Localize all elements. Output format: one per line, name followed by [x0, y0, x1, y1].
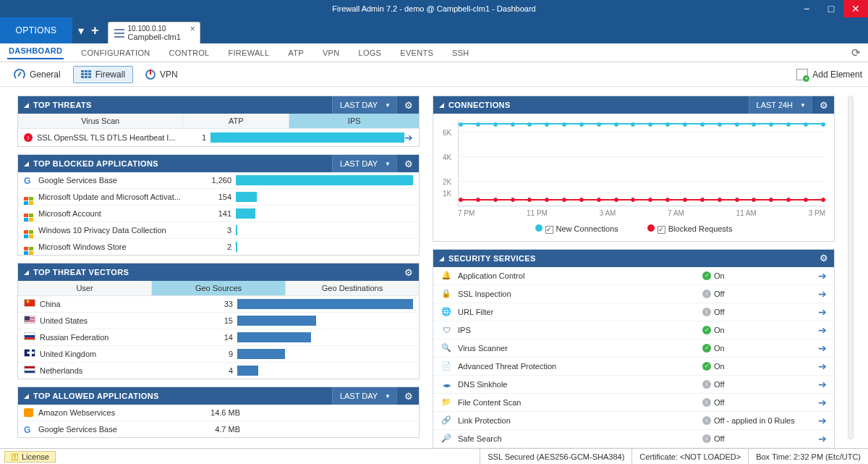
nav-ssh[interactable]: SSH: [451, 48, 471, 57]
gear-icon[interactable]: ⚙: [820, 253, 828, 263]
threat-row: ! SSL OpenSSL TLS DTLS Heartbeat I... 1 …: [18, 129, 419, 146]
country-label: Russian Federation: [40, 333, 203, 342]
service-icon: 🔎: [441, 434, 452, 443]
collapse-icon[interactable]: ◢: [439, 101, 444, 109]
app-count: 2: [201, 242, 236, 251]
subtab-vpn[interactable]: VPN: [137, 66, 186, 83]
blocked-app-row: Windows 10 Privacy Data Collection3: [18, 222, 419, 239]
service-detail-arrow-icon[interactable]: ➔: [818, 270, 827, 282]
service-icon: 🌐: [441, 307, 452, 316]
service-detail-arrow-icon[interactable]: ➔: [818, 306, 827, 318]
panel-top-vectors: ◢ TOP THREAT VECTORS x ⚙ User Geo Source…: [17, 263, 420, 379]
add-icon[interactable]: +: [91, 23, 99, 38]
service-detail-arrow-icon[interactable]: ➔: [818, 342, 827, 354]
service-detail-arrow-icon[interactable]: ➔: [818, 324, 827, 336]
nav-events[interactable]: EVENTS: [399, 48, 435, 57]
country-label: Netherlands: [40, 366, 203, 375]
service-status: iOff: [702, 290, 818, 298]
app-label: Microsoft Account: [38, 209, 201, 218]
service-name: IPS: [458, 326, 702, 334]
window-maximize-button[interactable]: □: [819, 0, 843, 17]
panel-title: SECURITY SERVICES: [448, 254, 814, 263]
vector-row: China33: [18, 296, 419, 313]
collapse-icon[interactable]: ◢: [24, 269, 29, 276]
nav-atp[interactable]: ATP: [286, 48, 305, 57]
gear-icon[interactable]: ⚙: [820, 100, 828, 111]
flag-icon: [24, 299, 40, 309]
service-row: 📄Advanced Threat Protection✓On➔: [433, 358, 834, 376]
legend-new-connections[interactable]: ✓New Connections: [535, 224, 618, 234]
service-detail-arrow-icon[interactable]: ➔: [818, 360, 827, 372]
service-status: iOff: [702, 398, 818, 407]
subtab-vpn-label: VPN: [160, 69, 178, 80]
blocked-app-row: Microsoft Windows Store2: [18, 239, 419, 255]
x-tick: 7 PM: [458, 209, 475, 217]
detail-arrow-icon[interactable]: ➔: [404, 132, 413, 143]
range-selector[interactable]: LAST DAY▼: [332, 155, 399, 172]
dashboard-content: ◢ TOP THREATS LAST DAY▼ ⚙ Virus Scan ATP…: [0, 87, 868, 448]
window-close-button[interactable]: ✕: [843, 0, 868, 17]
vector-row: Russian Federation14: [18, 329, 419, 346]
tab-ip: 10.100.0.10: [128, 25, 181, 33]
nav-logs[interactable]: LOGS: [357, 48, 383, 57]
app-label: Amazon Webservices: [38, 408, 201, 417]
collapse-icon[interactable]: ◢: [24, 101, 29, 109]
service-name: Link Protection: [458, 416, 702, 425]
status-ssl: SSL Secured (AES256-GCM-SHA384): [480, 449, 631, 465]
collapse-icon[interactable]: ◢: [24, 160, 29, 167]
nav-configuration[interactable]: CONFIGURATION: [80, 48, 151, 57]
tab-user[interactable]: User: [18, 281, 152, 295]
refresh-icon[interactable]: ⟳: [851, 46, 861, 59]
nav-vpn[interactable]: VPN: [321, 48, 341, 57]
country-count: 4: [203, 366, 237, 375]
range-selector[interactable]: LAST DAY▼: [332, 96, 399, 114]
add-element-button[interactable]: + Add Element: [796, 69, 862, 80]
panel-top-blocked: ◢ TOP BLOCKED APPLICATIONS LAST DAY▼ ⚙ G…: [17, 154, 420, 256]
app-icon: G: [24, 425, 34, 434]
connection-tab[interactable]: 10.100.0.10 Campbell-clm1 ×: [108, 22, 200, 43]
app-label: Google Services Base: [38, 176, 201, 185]
tab-ips[interactable]: IPS: [289, 114, 419, 128]
nav-dashboard[interactable]: DASHBOARD: [7, 46, 64, 59]
scrollbar[interactable]: [848, 96, 854, 439]
nav-firewall[interactable]: FIREWALL: [226, 48, 271, 57]
tab-close-icon[interactable]: ×: [190, 24, 195, 34]
range-selector[interactable]: LAST 24H▼: [749, 96, 814, 114]
service-row: 🔔Application Control✓On➔: [433, 267, 834, 285]
flag-icon: [24, 349, 40, 359]
panel-title: TOP BLOCKED APPLICATIONS: [33, 159, 332, 168]
gear-icon[interactable]: ⚙: [404, 267, 413, 278]
country-label: United Kingdom: [40, 350, 203, 358]
blocked-app-row: Microsoft Update and Microsoft Activat..…: [18, 189, 419, 206]
nav-control[interactable]: CONTROL: [168, 48, 211, 57]
vector-row: Netherlands4: [18, 363, 419, 379]
license-button[interactable]: ⚿ License: [4, 451, 56, 463]
subtab-general[interactable]: General: [6, 65, 69, 84]
service-row: 🔒SSL InspectioniOff➔: [433, 285, 834, 303]
options-button[interactable]: OPTIONS: [0, 17, 72, 43]
tab-geo-sources[interactable]: Geo Sources: [152, 281, 286, 295]
tab-icon: [114, 29, 124, 38]
window-minimize-button[interactable]: −: [794, 0, 819, 17]
collapse-icon[interactable]: ◢: [439, 255, 444, 262]
gear-icon[interactable]: ⚙: [404, 100, 413, 111]
gear-icon[interactable]: ⚙: [404, 391, 413, 402]
service-detail-arrow-icon[interactable]: ➔: [818, 288, 827, 300]
dropdown-icon[interactable]: ▾: [78, 24, 84, 38]
legend-blocked-requests[interactable]: ✓Blocked Requests: [647, 224, 733, 234]
app-icon: [24, 209, 34, 218]
collapse-icon[interactable]: ◢: [24, 392, 29, 400]
tab-atp[interactable]: ATP: [183, 114, 289, 128]
right-column: ◢ CONNECTIONS LAST 24H▼ ⚙ 6K 4K 2K 1K: [433, 96, 835, 439]
service-detail-arrow-icon[interactable]: ➔: [818, 397, 827, 408]
service-detail-arrow-icon[interactable]: ➔: [818, 379, 827, 390]
tab-virus-scan[interactable]: Virus Scan: [18, 114, 183, 128]
service-detail-arrow-icon[interactable]: ➔: [818, 415, 827, 426]
tab-geo-destinations[interactable]: Geo Destinations: [286, 281, 419, 295]
toolbar: OPTIONS ▾ + 10.100.0.10 Campbell-clm1 ×: [0, 17, 868, 43]
subtab-firewall[interactable]: Firewall: [73, 66, 133, 83]
service-detail-arrow-icon[interactable]: ➔: [818, 433, 827, 444]
service-icon: 🕳: [441, 380, 452, 389]
gear-icon[interactable]: ⚙: [404, 159, 413, 169]
range-selector[interactable]: LAST DAY▼: [332, 387, 399, 405]
